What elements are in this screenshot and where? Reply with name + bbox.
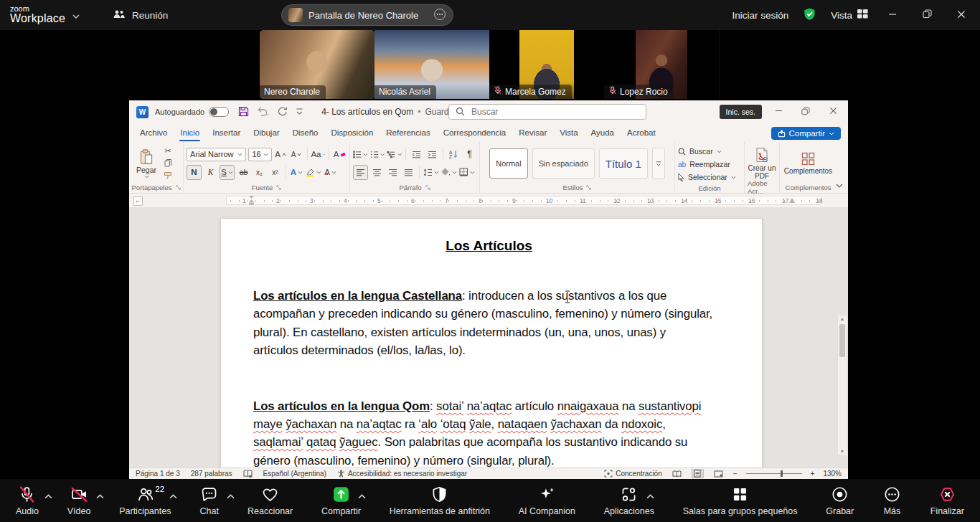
zoom-in-button[interactable]: + (811, 470, 815, 478)
toolbar-compartir-button[interactable]: Compartir (321, 479, 361, 522)
line-spacing-button[interactable] (423, 166, 439, 179)
redo-icon[interactable] (277, 106, 288, 118)
toolbar-salas-para-grupos-pequenos-button[interactable]: Salas para grupos pequeños (683, 479, 798, 522)
save-icon[interactable] (238, 106, 249, 118)
document-paragraph[interactable]: Los artículos en la lengua Castellana: i… (253, 287, 714, 360)
style-no-spacing[interactable]: Sin espaciado (532, 148, 595, 179)
change-case-button[interactable]: Aa (311, 148, 325, 161)
document-paragraph[interactable]: Los artículos en la lengua Qom: sotai’ n… (253, 397, 714, 468)
toolbar-finalizar-button[interactable]: Finalizar (930, 479, 964, 522)
security-shield-icon[interactable] (803, 7, 816, 23)
align-center-button[interactable] (370, 166, 384, 179)
font-dialog-launcher-icon[interactable] (276, 184, 281, 191)
toolbar-ai-companion-button[interactable]: AI Companion (519, 479, 575, 522)
word-tab-insertar[interactable]: Insertar (206, 125, 247, 142)
scrollbar-thumb[interactable] (839, 324, 845, 357)
align-left-button[interactable] (353, 165, 368, 180)
format-painter-icon[interactable] (164, 171, 172, 181)
justify-button[interactable] (402, 166, 415, 179)
quick-access-overflow-icon[interactable] (296, 108, 303, 117)
multilevel-list-button[interactable] (387, 148, 402, 161)
word-count[interactable]: 287 palabras (191, 470, 232, 478)
chevron-up-icon[interactable] (227, 489, 235, 502)
document-scrollbar[interactable]: ▲ ▼ (837, 315, 847, 455)
window-minimize-button[interactable] (882, 9, 903, 21)
view-button[interactable]: Vista (831, 9, 868, 21)
style-heading-1[interactable]: Título 1 (599, 148, 648, 179)
font-size-select[interactable]: 16 (248, 148, 271, 161)
chevron-up-icon[interactable] (44, 489, 52, 502)
word-tab-inicio[interactable]: Inicio (174, 125, 206, 142)
zoom-slider[interactable] (746, 473, 802, 474)
zoom-out-button[interactable]: − (733, 470, 738, 478)
toolbar-grabar-button[interactable]: Grabar (826, 479, 854, 522)
highlight-button[interactable] (306, 166, 321, 179)
toolbar-chat-button[interactable]: Chat (199, 479, 219, 522)
styles-dialog-launcher-icon[interactable] (586, 184, 591, 191)
print-layout-button[interactable] (692, 469, 704, 478)
paragraph-dialog-launcher-icon[interactable] (425, 184, 430, 191)
toolbar-aplicaciones-button[interactable]: Aplicaciones (604, 479, 654, 522)
sort-button[interactable]: AZ (447, 148, 461, 161)
word-tab-archivo[interactable]: Archivo (133, 125, 174, 142)
word-tab-acrobat[interactable]: Acrobat (621, 125, 662, 142)
borders-button[interactable] (459, 166, 475, 179)
active-share-pill[interactable]: Pantalla de Nereo Charole (281, 4, 453, 26)
italic-button[interactable]: K (204, 166, 217, 179)
proofing-icon[interactable] (243, 470, 253, 478)
word-tab-correspondencia[interactable]: Correspondencia (437, 125, 513, 142)
search-input[interactable] (470, 106, 639, 118)
style-normal[interactable]: Normal (489, 148, 527, 179)
word-tab-referencias[interactable]: Referencias (380, 125, 436, 142)
read-mode-button[interactable] (671, 469, 683, 478)
word-search-box[interactable] (448, 104, 646, 120)
chevron-up-icon[interactable] (96, 489, 104, 502)
zoom-percentage[interactable]: 130% (823, 470, 842, 478)
web-layout-button[interactable] (712, 469, 725, 478)
word-tab-disposicion[interactable]: Disposición (324, 125, 380, 142)
select-button[interactable]: Seleccionar (678, 171, 741, 183)
accessibility-status[interactable]: Accesibilidad: es necesario investigar (337, 470, 467, 478)
scroll-up-icon[interactable]: ▲ (838, 316, 847, 321)
decrease-indent-button[interactable] (410, 148, 423, 161)
tab-selector-icon[interactable]: ⌐ (133, 196, 143, 206)
toolbar-video-button[interactable]: Vídeo (67, 479, 91, 522)
participant-tile-nereo-charole[interactable]: Nereo Charole (260, 30, 374, 99)
underline-button[interactable]: S (220, 165, 235, 180)
zoom-slider-thumb[interactable] (781, 470, 783, 477)
subscript-button[interactable]: x₂ (253, 166, 266, 179)
scroll-down-icon[interactable]: ▼ (838, 449, 847, 454)
font-name-select[interactable]: Arial Narrow (187, 148, 246, 161)
grow-font-button[interactable]: A (274, 148, 288, 161)
font-color-button[interactable]: A (324, 166, 337, 179)
show-marks-button[interactable]: ¶ (463, 148, 476, 161)
autosave-switch[interactable] (209, 107, 229, 117)
numbering-button[interactable] (370, 148, 385, 161)
strikethrough-button[interactable]: ab (237, 166, 250, 179)
chevron-up-icon[interactable] (169, 489, 177, 502)
word-tab-diseno[interactable]: Diseño (286, 125, 325, 142)
toolbar-reaccionar-button[interactable]: Reaccionar (248, 479, 293, 522)
share-pill-more-icon[interactable] (433, 8, 446, 23)
focus-mode-button[interactable]: Concentración (604, 470, 661, 478)
document-canvas[interactable]: Los Artículos Los artículos en la lengua… (129, 207, 848, 468)
word-restore-button[interactable] (795, 107, 816, 118)
workspace-chevron-down-icon[interactable] (72, 9, 80, 22)
styles-gallery-more-button[interactable] (652, 148, 665, 179)
clipboard-dialog-launcher-icon[interactable] (176, 184, 181, 191)
find-button[interactable]: Buscar (678, 146, 741, 157)
window-close-button[interactable] (951, 9, 971, 21)
superscript-button[interactable]: x² (268, 166, 282, 179)
bullets-button[interactable] (353, 148, 368, 161)
collapse-ribbon-icon[interactable] (836, 181, 843, 189)
participant-tile-lopez-rocio[interactable]: Lopez Rocio (604, 30, 719, 99)
indent-marker-left-icon[interactable] (248, 195, 255, 207)
toolbar-participantes-button[interactable]: 22Participantes (119, 479, 171, 522)
cut-icon[interactable]: ✂ (164, 146, 171, 156)
text-effects-button[interactable]: A (290, 166, 303, 179)
window-restore-button[interactable] (917, 9, 937, 21)
participant-tile-nicolas-asriel[interactable]: Nicolás Asriel (374, 30, 489, 99)
autosave-toggle[interactable]: Autoguardado (155, 107, 229, 117)
word-sign-in-button[interactable]: Inic. ses. (720, 105, 762, 119)
shrink-font-button[interactable]: A (290, 148, 303, 161)
